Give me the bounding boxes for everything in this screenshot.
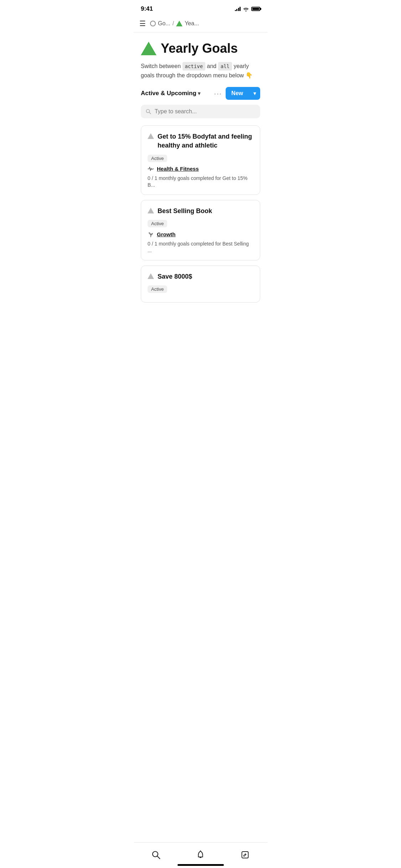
goal-3-status-badge: Active [148,285,253,296]
description-emoji: 👇 [246,72,253,78]
page-title: Yearly Goals [161,41,238,56]
goal-card-1[interactable]: Get to 15% Bodyfat and feeling healthy a… [141,125,260,195]
toolbar-right: ··· New ▾ [214,87,260,100]
goal-3-icon [148,273,154,279]
search-input[interactable] [155,108,255,115]
battery-icon [251,7,260,11]
goal-2-header: Best Selling Book [148,207,253,216]
goal-2-status-badge: Active [148,220,253,231]
goal-2-category-label[interactable]: Growth [157,231,176,237]
wifi-icon [243,7,249,11]
page-icon-triangle [141,42,156,55]
goal-card-2[interactable]: Best Selling Book Active Growth 0 / 1 mo… [141,200,260,260]
search-icon [146,109,151,114]
filter-label: Active & Upcoming [141,90,196,97]
goal-2-progress: 0 / 1 monthly goals completed for Best S… [148,241,253,254]
dropdown-arrow-icon: ▾ [198,91,200,96]
signal-icon [235,7,241,11]
goal-1-header: Get to 15% Bodyfat and feeling healthy a… [148,132,253,150]
goal-1-category-icon [148,166,154,172]
goal-2-category-icon [148,231,154,238]
goal-1-progress: 0 / 1 monthly goals completed for Get to… [148,175,253,189]
description-and: and [207,63,217,69]
goal-2-title: Best Selling Book [158,207,212,216]
goals-list: Get to 15% Bodyfat and feeling healthy a… [141,125,260,303]
goal-1-status-badge: Active [148,155,253,166]
breadcrumb-triangle-icon [176,21,182,26]
goal-3-header: Save 8000$ [148,272,253,281]
status-bar: 9:41 [134,0,267,16]
goal-2-status: Active [148,220,167,227]
goal-3-status: Active [148,285,167,293]
status-time: 9:41 [141,5,153,12]
status-icons [235,7,261,11]
all-tag: all [218,62,232,71]
goal-1-category: Health & Fitness [148,166,253,172]
goal-1-status: Active [148,155,167,162]
goal-1-title: Get to 15% Bodyfat and feeling healthy a… [158,132,253,150]
description-prefix: Switch between [141,63,181,69]
goal-2-category: Growth [148,231,253,238]
new-button[interactable]: New ▾ [226,87,260,100]
goal-3-title: Save 8000$ [158,272,192,281]
breadcrumb-item-2[interactable]: Yea... [185,20,199,27]
toolbar: Active & Upcoming ▾ ··· New ▾ [141,87,260,100]
breadcrumb: Go... / Yea... [150,20,199,27]
goal-card-3[interactable]: Save 8000$ Active [141,265,260,303]
search-bar [141,105,260,118]
nav-bar: ☰ Go... / Yea... [134,16,267,32]
svg-line-1 [149,112,151,114]
goal-1-category-label[interactable]: Health & Fitness [157,166,199,172]
breadcrumb-separator: / [173,20,174,27]
breadcrumb-item-1[interactable]: Go... [158,20,170,27]
goal-2-icon [148,208,154,213]
active-tag: active [182,62,206,71]
page-description: Switch between active and all yearly goa… [141,62,260,80]
filter-dropdown[interactable]: Active & Upcoming ▾ [141,90,200,97]
menu-icon[interactable]: ☰ [139,19,146,28]
new-button-label: New [226,87,249,100]
new-button-dropdown[interactable]: ▾ [249,87,260,99]
main-content: Yearly Goals Switch between active and a… [134,32,267,315]
breadcrumb-circle-icon [150,21,156,26]
page-header: Yearly Goals [141,41,260,56]
goal-1-icon [148,133,154,139]
more-button[interactable]: ··· [214,89,222,98]
